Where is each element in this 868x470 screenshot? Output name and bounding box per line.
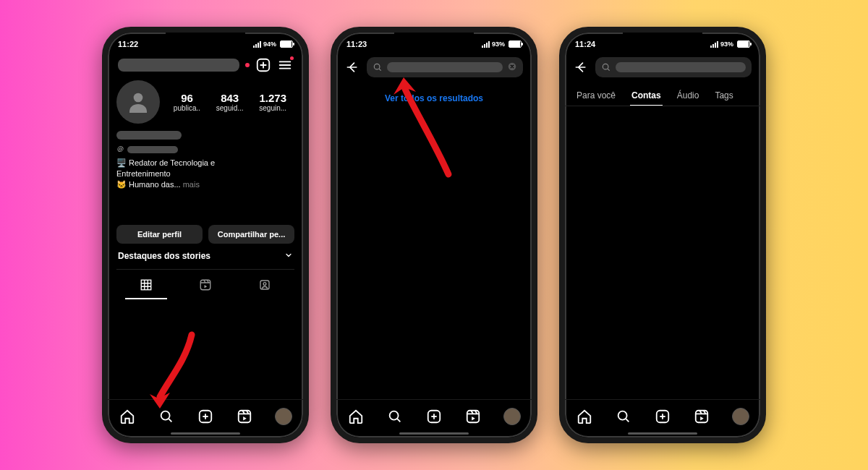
- menu-button[interactable]: [277, 57, 293, 73]
- bio-line-3: Humano das...: [129, 180, 181, 189]
- nav-search[interactable]: [383, 404, 407, 429]
- battery-pct: 93%: [720, 40, 733, 48]
- profile-header: [116, 53, 294, 79]
- avatar[interactable]: [116, 80, 160, 124]
- svg-rect-17: [696, 411, 708, 423]
- signal-icon: [253, 41, 261, 48]
- nav-avatar: [732, 408, 749, 425]
- svg-rect-2: [141, 280, 151, 290]
- status-icons: 93%: [482, 40, 522, 48]
- back-button[interactable]: [574, 60, 588, 74]
- tabs-divider: [565, 106, 760, 106]
- tab-tagged[interactable]: [244, 274, 286, 299]
- search-tab-accounts[interactable]: Contas: [630, 86, 663, 106]
- stat-posts[interactable]: 96 publica..: [174, 92, 200, 112]
- bio-line-2: Entretenimento: [116, 169, 171, 178]
- search-results-screen: Para você Contas Áudio Tags: [565, 53, 760, 399]
- svg-rect-13: [467, 411, 480, 423]
- profile-content-tabs: [116, 269, 294, 299]
- nav-search[interactable]: [611, 404, 636, 429]
- signal-icon: [710, 41, 718, 48]
- tab-reels[interactable]: [184, 274, 226, 299]
- status-time: 11:22: [118, 40, 138, 48]
- home-indicator: [399, 432, 469, 435]
- profile-screen: 96 publica.. 843 seguid... 1.273 seguin.…: [108, 53, 303, 399]
- status-icons: 94%: [253, 40, 293, 48]
- menu-notification-dot: [290, 56, 294, 60]
- nav-create[interactable]: [193, 404, 218, 429]
- story-highlights-header[interactable]: Destaques dos stories: [116, 244, 294, 266]
- svg-point-9: [374, 64, 380, 69]
- bio-line-1: Redator de Tecnologia e: [129, 158, 215, 167]
- signal-icon: [482, 41, 490, 48]
- nav-avatar: [275, 408, 292, 425]
- phone-1: 11:22 94%: [102, 27, 309, 443]
- svg-point-5: [263, 282, 266, 285]
- svg-point-6: [161, 411, 170, 420]
- search-header: [345, 53, 523, 83]
- bio-emoji-2: 🐱: [116, 180, 127, 189]
- threads-icon[interactable]: ＠: [116, 144, 124, 155]
- search-icon: [601, 62, 611, 72]
- nav-profile[interactable]: [500, 404, 524, 429]
- highlights-label: Destaques dos stories: [118, 251, 210, 261]
- search-input[interactable]: [367, 57, 523, 77]
- nav-create[interactable]: [650, 404, 675, 429]
- phone-notch: [394, 33, 474, 48]
- back-button[interactable]: [345, 60, 359, 74]
- tab-grid[interactable]: [125, 274, 167, 299]
- home-indicator: [628, 432, 697, 435]
- stat-followers[interactable]: 843 seguid...: [216, 92, 244, 112]
- display-name-redacted: [116, 131, 182, 140]
- phone-3: 11:24 93% Para você Contas Áudio Tags: [559, 27, 766, 443]
- threads-handle-redacted: [127, 146, 178, 153]
- username-redacted[interactable]: [118, 59, 239, 72]
- phone-notch: [166, 33, 245, 48]
- nav-reels[interactable]: [232, 404, 257, 429]
- battery-pct: 94%: [263, 40, 276, 48]
- nav-reels[interactable]: [689, 404, 714, 429]
- nav-profile[interactable]: [728, 404, 753, 429]
- see-all-results-link[interactable]: Ver todos os resultados: [345, 93, 523, 103]
- search-query-redacted: [616, 62, 746, 72]
- search-tab-tags[interactable]: Tags: [713, 86, 734, 106]
- stat-following[interactable]: 1.273 seguin...: [259, 92, 286, 112]
- search-tab-audio[interactable]: Áudio: [676, 86, 701, 106]
- search-icon: [373, 62, 383, 72]
- bio-more-link[interactable]: mais: [183, 180, 200, 189]
- nav-search[interactable]: [154, 404, 179, 429]
- nav-home[interactable]: [344, 404, 368, 429]
- search-query-redacted: [387, 62, 503, 72]
- nav-profile[interactable]: [271, 404, 296, 429]
- svg-rect-8: [239, 411, 251, 423]
- status-icons: 93%: [710, 40, 750, 48]
- nav-home[interactable]: [572, 404, 597, 429]
- battery-icon: [737, 40, 750, 48]
- profile-bio: 🖥️ Redator de Tecnologia e Entreteniment…: [116, 155, 294, 190]
- profile-buttons: Editar perfil Compartilhar pe...: [116, 225, 294, 244]
- edit-profile-button[interactable]: Editar perfil: [116, 225, 203, 244]
- bio-emoji-1: 🖥️: [116, 158, 127, 167]
- svg-point-1: [134, 93, 143, 103]
- phone-2: 11:23 93% Ver todos os resultados: [331, 27, 537, 443]
- nav-reels[interactable]: [461, 404, 485, 429]
- svg-rect-3: [200, 280, 210, 290]
- stats: 96 publica.. 843 seguid... 1.273 seguin.…: [166, 92, 294, 112]
- chevron-down-icon: [284, 251, 293, 262]
- share-profile-button[interactable]: Compartilhar pe...: [208, 225, 294, 244]
- profile-stats-row: 96 publica.. 843 seguid... 1.273 seguin.…: [116, 79, 294, 128]
- search-screen: Ver todos os resultados: [336, 53, 532, 399]
- status-time: 11:24: [575, 40, 595, 48]
- notification-dot: [245, 63, 250, 67]
- nav-home[interactable]: [115, 404, 140, 429]
- battery-icon: [509, 40, 522, 48]
- svg-point-14: [603, 64, 608, 69]
- phone-notch: [623, 33, 702, 48]
- battery-icon: [280, 40, 293, 48]
- search-tab-for-you[interactable]: Para você: [575, 86, 617, 106]
- nav-create[interactable]: [422, 404, 446, 429]
- search-input[interactable]: [595, 57, 752, 77]
- svg-point-15: [618, 411, 627, 420]
- clear-search-button[interactable]: [507, 61, 517, 74]
- new-post-button[interactable]: [255, 57, 271, 73]
